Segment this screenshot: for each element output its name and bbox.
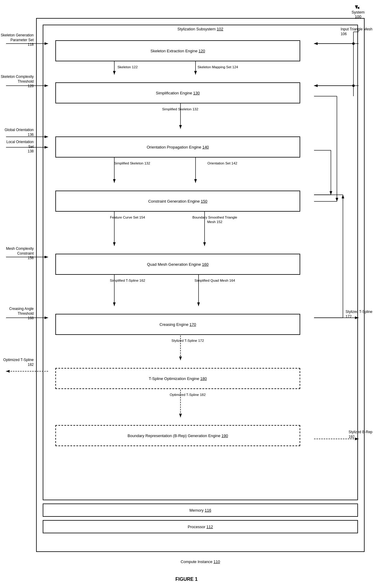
stylization-subsystem-box: Stylization Subsystem 102 Skeleton Extra… xyxy=(43,25,358,500)
simplified-t-spline-label: Simplified T-Spline 162 xyxy=(103,278,152,283)
diagram-wrapper: ◄ System 100 Stylization Subsystem 102 S… xyxy=(0,0,373,588)
memory-box: Memory 116 xyxy=(43,504,358,517)
simplification-engine-box: Simplification Engine 130 xyxy=(55,82,300,103)
orientation-set-label: Orientation Set 142 xyxy=(200,161,245,166)
skeleton-extraction-engine-box: Skeleton Extraction Engine 120 xyxy=(55,40,300,61)
skeleton-complexity-threshold-label: Skeleton Complexity Threshold 128 xyxy=(1,75,34,89)
b-rep-generation-engine-box: Boundary Representation (B-Rep) Generati… xyxy=(55,425,300,446)
simplified-skeleton-b-label: Simplified Skeleton 132 xyxy=(109,161,155,166)
simplified-skeleton-label: Simplified Skeleton 132 xyxy=(158,107,203,112)
system-label: ◄ System 100 xyxy=(352,5,365,19)
t-spline-optimization-engine-box: T-Spline Optimization Engine 180 xyxy=(55,368,300,389)
optimized-t-spline-out-label: Optimized T-Spline 182 xyxy=(1,358,34,367)
system-arrow-unicode: ◄ xyxy=(356,5,360,10)
creasing-engine-box: Creasing Engine 170 xyxy=(55,314,300,335)
system-text: System xyxy=(352,10,365,14)
compute-instance-label: Compute Instance 110 xyxy=(36,559,365,564)
compute-instance-box: Stylization Subsystem 102 Skeleton Extra… xyxy=(36,18,365,552)
constraint-generation-engine-box: Constraint Generation Engine 150 xyxy=(55,191,300,212)
orientation-propagation-engine-box: Orientation Propagation Engine 140 xyxy=(55,136,300,158)
processor-box: Processor 112 xyxy=(43,520,358,533)
skeleton-122-label: Skeleton 122 xyxy=(109,65,146,69)
quad-mesh-generation-engine-box: Quad Mesh Generation Engine 160 xyxy=(55,254,300,275)
global-orientation-label: Global Orientation 136 xyxy=(1,128,34,137)
stylized-b-rep-out-label: Stylized B-Rep 192 xyxy=(349,430,372,439)
local-orientation-set-label: Local Orientation Set 138 xyxy=(1,140,34,154)
figure-label: FIGURE 1 xyxy=(0,577,373,582)
optimized-t-spline-flow-label: Optimized T-Spline 182 xyxy=(158,393,218,397)
stylization-subsystem-label: Stylization Subsystem 102 xyxy=(43,25,357,31)
mesh-complexity-constraint-label: Mesh Complexity Constraint 158 xyxy=(1,247,34,261)
skeleton-mapping-124-label: Skeleton Mapping Set 124 xyxy=(194,65,242,69)
creasing-angle-threshold-label: Creasing Angle Threshold 168 xyxy=(1,307,34,321)
boundary-smoothed-label: Boundary Smoothed Triangle Mesh 152 xyxy=(188,215,242,224)
feature-curve-label: Feature Curve Set 154 xyxy=(103,215,152,220)
input-triangle-mesh-label: Input Triangle Mesh 106 xyxy=(341,27,372,36)
skeleton-generation-param-label: Skeleton Generation Parameter Set 118 xyxy=(1,33,34,47)
stylized-t-spline-out-label: Stylized T-Spline 172 xyxy=(346,310,372,319)
stylized-t-spline-flow-label: Stylized T-Spline 172 xyxy=(158,338,218,343)
simplified-quad-mesh-label: Simplified Quad Mesh 164 xyxy=(191,278,239,283)
